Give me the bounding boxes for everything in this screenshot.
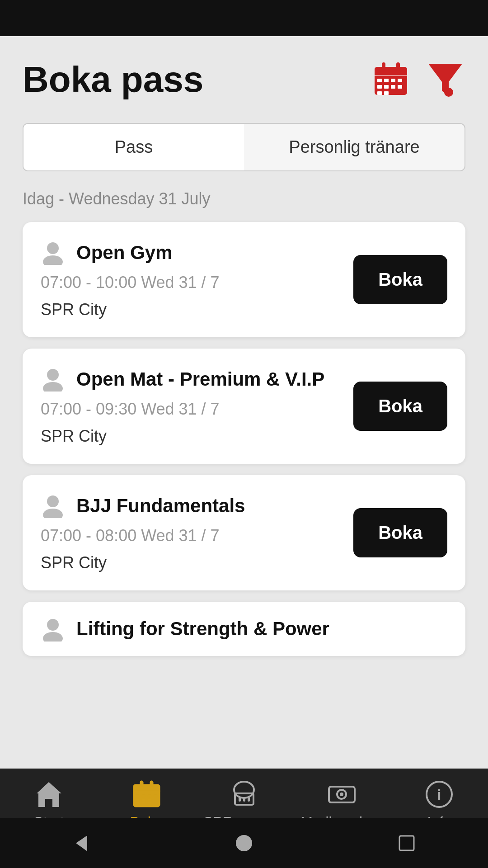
class-location-3: SPR City [41, 553, 340, 572]
svg-point-24 [43, 632, 63, 642]
filter-icon[interactable] [425, 59, 465, 100]
svg-rect-40 [243, 797, 245, 802]
tab-selector: Pass Personlig tränare [23, 123, 465, 171]
svg-rect-3 [396, 62, 400, 71]
svg-point-19 [47, 369, 59, 381]
svg-rect-49 [399, 836, 414, 850]
boka-button-2[interactable]: Boka [353, 382, 447, 431]
class-card-3: BJJ Fundamentals 07:00 - 08:00 Wed 31 / … [23, 475, 465, 590]
svg-rect-41 [248, 797, 250, 802]
svg-point-37 [234, 782, 254, 798]
svg-rect-31 [142, 794, 145, 797]
svg-text:i: i [437, 787, 441, 803]
svg-marker-25 [37, 782, 61, 807]
svg-rect-9 [377, 85, 382, 89]
card-title-row-3: BJJ Fundamentals [41, 493, 340, 518]
svg-marker-47 [76, 835, 87, 851]
partial-class-name: Lifting for Strength & Power [76, 618, 329, 640]
svg-rect-14 [384, 91, 389, 95]
partial-class-card: Lifting for Strength & Power [23, 602, 465, 656]
date-label: Idag - Wednesday 31 July [23, 189, 465, 208]
svg-rect-36 [148, 800, 151, 803]
svg-point-48 [236, 835, 252, 851]
svg-rect-34 [136, 800, 140, 803]
class-time-1: 07:00 - 10:00 Wed 31 / 7 [41, 273, 340, 292]
svg-rect-6 [384, 79, 389, 82]
info-icon: i [425, 780, 454, 809]
tab-personlig-tranare[interactable]: Personlig tränare [244, 124, 465, 170]
class-time-3: 07:00 - 08:00 Wed 31 / 7 [41, 526, 340, 545]
svg-rect-32 [148, 794, 151, 797]
svg-rect-27 [140, 781, 143, 788]
class-location-2: SPR City [41, 427, 340, 446]
svg-point-21 [47, 495, 59, 507]
svg-rect-33 [154, 794, 157, 797]
svg-point-16 [444, 88, 453, 97]
svg-rect-11 [391, 85, 395, 89]
person-icon-partial [41, 617, 66, 642]
class-card-2: Open Mat - Premium & V.I.P 07:00 - 09:30… [23, 349, 465, 464]
card-title-row-1: Open Gym [41, 240, 340, 265]
boka-button-1[interactable]: Boka [353, 255, 447, 304]
svg-rect-39 [239, 797, 241, 802]
class-card-1: Open Gym 07:00 - 10:00 Wed 31 / 7 SPR Ci… [23, 222, 465, 337]
svg-rect-8 [398, 79, 402, 82]
person-icon-1 [41, 240, 66, 265]
class-time-2: 07:00 - 09:30 Wed 31 / 7 [41, 400, 340, 419]
back-button[interactable] [68, 830, 95, 857]
svg-rect-30 [136, 794, 140, 797]
svg-point-18 [43, 255, 63, 265]
boka-button-3[interactable]: Boka [353, 508, 447, 557]
svg-rect-2 [382, 62, 385, 71]
svg-rect-5 [377, 79, 382, 82]
android-system-nav [0, 818, 488, 868]
recent-button[interactable] [393, 830, 420, 857]
tab-pass[interactable]: Pass [23, 124, 244, 170]
main-content: Boka pass [0, 36, 488, 656]
svg-rect-28 [150, 781, 153, 788]
svg-rect-13 [377, 91, 382, 95]
class-name-2: Open Mat - Premium & V.I.P [76, 368, 324, 390]
svg-rect-35 [142, 800, 145, 803]
person-icon-2 [41, 367, 66, 392]
svg-rect-4 [375, 75, 407, 76]
home-button[interactable] [230, 830, 258, 857]
card-left-2: Open Mat - Premium & V.I.P 07:00 - 09:30… [41, 367, 340, 446]
header-icons [371, 59, 465, 100]
calendar-nav-icon [132, 780, 161, 809]
svg-rect-29 [133, 791, 160, 792]
class-list: Open Gym 07:00 - 10:00 Wed 31 / 7 SPR Ci… [23, 222, 465, 656]
svg-point-17 [47, 242, 59, 254]
svg-rect-12 [398, 85, 402, 89]
svg-rect-10 [384, 85, 389, 89]
svg-point-44 [340, 793, 343, 796]
card-left-1: Open Gym 07:00 - 10:00 Wed 31 / 7 SPR Ci… [41, 240, 340, 319]
svg-rect-7 [391, 79, 395, 82]
class-name-1: Open Gym [76, 242, 172, 264]
page-title: Boka pass [23, 59, 203, 100]
class-name-3: BJJ Fundamentals [76, 495, 245, 517]
card-title-row-2: Open Mat - Premium & V.I.P [41, 367, 340, 392]
svg-point-23 [47, 619, 59, 631]
calendar-icon[interactable] [371, 59, 411, 100]
person-icon-3 [41, 493, 66, 518]
kitchen-icon [230, 780, 259, 809]
home-icon [34, 780, 64, 809]
membership-icon [327, 780, 357, 809]
header-row: Boka pass [23, 59, 465, 100]
svg-point-20 [43, 382, 63, 392]
card-left-3: BJJ Fundamentals 07:00 - 08:00 Wed 31 / … [41, 493, 340, 572]
svg-point-22 [43, 509, 63, 518]
svg-rect-1 [375, 67, 407, 76]
class-location-1: SPR City [41, 300, 340, 319]
status-bar [0, 0, 488, 36]
